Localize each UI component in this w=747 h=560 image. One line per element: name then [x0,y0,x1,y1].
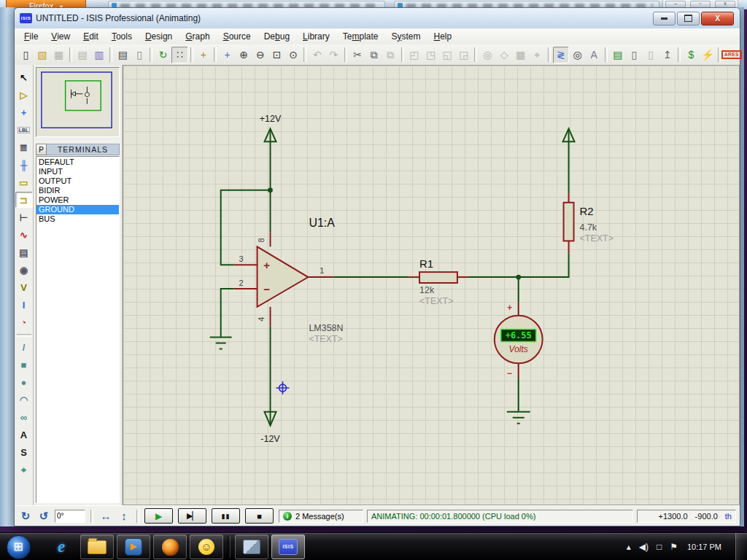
graphics-box-mode-button[interactable]: ■ [15,357,33,373]
terminal-item-power[interactable]: POWER [36,195,119,205]
rotate-clockwise-button[interactable] [18,509,33,524]
terminal-item-bidir[interactable]: BIDIR [36,186,119,195]
mirror-vertical-button[interactable] [117,509,131,524]
rotate-anticlockwise-button[interactable] [36,509,51,524]
property-assignment-button[interactable]: A [586,47,603,63]
internet-explorer-taskbar-button[interactable] [45,535,77,559]
opamp-part-number[interactable]: LM358N [309,323,343,333]
junction-dot[interactable] [516,275,521,280]
menu-system[interactable]: System [384,29,427,44]
zoom-all-button[interactable]: ⊙ [285,47,302,63]
photo-viewer-taskbar-button[interactable] [235,534,268,559]
device-pins-mode-button[interactable]: ⊢ [15,209,33,225]
pause-button[interactable] [212,508,240,524]
export-section-button[interactable]: ▥ [91,47,108,63]
menu-graph[interactable]: Graph [179,29,216,44]
graphics-line-mode-button[interactable]: / [15,339,33,355]
new-sheet-button[interactable]: ▯ [626,47,643,63]
selection-mode-button[interactable]: ↖ [15,69,33,85]
mark-output-area-button[interactable]: ▯ [131,47,148,63]
angle-input[interactable] [55,510,85,523]
component-mode-button[interactable]: ▷ [15,87,33,103]
minimize-button[interactable] [653,12,676,26]
menu-source[interactable]: Source [217,29,258,44]
terminal-item-input[interactable]: INPUT [36,167,119,176]
buses-mode-button[interactable]: ╫ [15,157,33,173]
terminal-item-bus[interactable]: BUS [36,214,119,224]
wire-autoroute-button[interactable]: ≷ [553,47,570,63]
step-button[interactable] [178,508,206,524]
current-probe-mode-button[interactable]: I [15,297,33,313]
generator-mode-button[interactable]: ◉ [15,262,33,278]
terminal-item-ground[interactable]: GROUND [36,205,119,214]
menu-help[interactable]: Help [427,29,459,44]
graphics-symbol-mode-button[interactable]: S [15,444,33,460]
print-design-button[interactable]: ▤ [115,47,131,63]
copy-button[interactable]: ⧉ [365,47,382,63]
new-design-button[interactable]: ▯ [18,47,34,63]
text-script-mode-button[interactable]: ≣ [15,139,33,155]
close-button[interactable]: X [701,12,734,26]
resistor-r1-body[interactable] [419,272,457,283]
wire-label-mode-button[interactable]: LBL [15,122,33,138]
schematic-canvas[interactable]: +12V -12V + − 3 [123,65,740,505]
zoom-out-button[interactable]: ⊖ [252,47,269,63]
redraw-button[interactable]: ↻ [155,47,171,63]
netlist-to-ares-button[interactable]: ARES [723,47,740,63]
junction-dot[interactable] [268,187,273,192]
ground-terminal-icon[interactable] [507,412,530,424]
start-button[interactable] [3,535,34,559]
menu-design[interactable]: Design [139,29,179,44]
graphics-text-mode-button[interactable]: A [15,427,33,443]
ground-terminal-icon[interactable] [210,338,232,349]
exit-to-parent-button[interactable]: ↥ [659,47,676,63]
volume-icon[interactable]: ◀) [639,542,649,552]
play-button[interactable] [144,508,173,524]
firefox-taskbar-button[interactable] [153,534,187,559]
wire[interactable] [221,289,234,338]
power-negative-label[interactable]: -12V [260,434,280,444]
menu-edit[interactable]: Edit [77,29,105,44]
terminal-item-output[interactable]: OUTPUT [36,176,119,186]
show-desktop-button[interactable] [735,533,746,560]
menu-library[interactable]: Library [296,29,336,44]
marker-mode-button[interactable]: ⌖ [15,462,33,478]
r2-value[interactable]: 4.7k [580,223,597,233]
wire[interactable] [469,253,569,277]
electrical-rule-check-button[interactable]: ⚡ [700,47,716,63]
overview-window[interactable] [36,67,120,137]
menu-view[interactable]: View [44,29,77,44]
terminal-item-default[interactable]: DEFAULT [36,158,119,167]
menu-debug[interactable]: Debug [258,29,296,44]
maximize-button[interactable] [677,12,700,26]
menu-tools[interactable]: Tools [105,29,139,44]
pick-button[interactable]: P [36,144,47,155]
opamp-body[interactable] [258,246,309,306]
graphics-circle-mode-button[interactable]: ● [15,374,33,390]
cut-button[interactable]: ✂ [349,47,366,63]
open-design-button[interactable]: ▧ [34,47,51,63]
isis-taskbar-button[interactable] [271,534,305,559]
graph-mode-button[interactable]: ∿ [15,227,33,243]
message-field[interactable]: i 2 Message(s) [279,510,363,523]
virtual-instruments-mode-button[interactable]: ◔ [15,314,33,330]
windows-explorer-taskbar-button[interactable] [80,534,114,559]
terminals-mode-button[interactable]: ⊐ [15,192,33,208]
show-hidden-icons-icon[interactable]: ▴ [627,542,631,552]
messenger-taskbar-button[interactable] [190,534,223,559]
toggle-grid-button[interactable]: ∷ [171,47,188,63]
view-area-box[interactable] [66,81,101,111]
junction-dot-mode-button[interactable]: + [15,104,33,120]
pan-view-button[interactable]: + [219,47,236,63]
media-player-taskbar-button[interactable] [117,534,150,559]
zoom-in-button[interactable]: ⊕ [236,47,252,63]
menu-file[interactable]: File [18,29,44,44]
graphics-arc-mode-button[interactable]: ◠ [15,392,33,408]
zoom-view-button[interactable]: ⊡ [268,47,285,63]
mirror-horizontal-button[interactable] [98,509,113,524]
taskbar-clock[interactable]: 10:17 PM [687,542,721,551]
voltage-probe-mode-button[interactable]: V [15,279,33,295]
resistor-r2-body[interactable] [564,203,574,241]
menu-template[interactable]: Template [336,29,385,44]
graphics-path-mode-button[interactable]: ∞ [15,409,33,425]
